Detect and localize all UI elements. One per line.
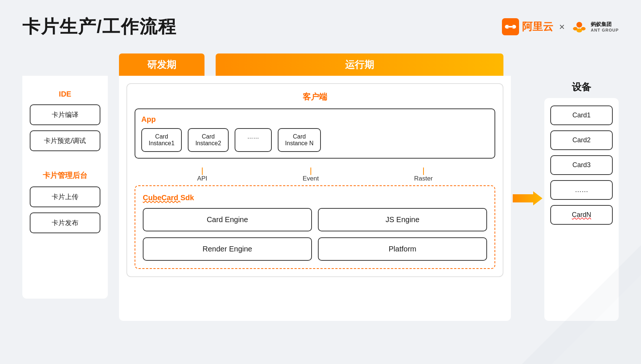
sdk-platform: Platform xyxy=(318,237,487,261)
page-wrapper: 卡片生产/工作流程 阿里云 × xyxy=(0,0,641,364)
svg-point-4 xyxy=(576,22,582,27)
sdk-render-engine: Render Engine xyxy=(143,237,312,261)
gap-spacer xyxy=(108,76,119,321)
arrow-svg xyxy=(513,189,542,208)
sdk-sdk: Sdk xyxy=(180,194,194,202)
aliyun-logo: 阿里云 xyxy=(502,18,553,35)
dev-box: IDE 卡片编译 卡片预览/调试 卡片管理后台 卡片上传 卡片发布 xyxy=(22,76,108,299)
instance-dots: …… xyxy=(235,128,272,152)
event-connector: Event xyxy=(303,168,319,182)
page-title: 卡片生产/工作流程 xyxy=(22,15,177,39)
sdk-grid: Card Engine JS Engine Render Engine Plat… xyxy=(143,208,487,261)
logo-area: 阿里云 × 蚂蚁集团 ANT GROUP xyxy=(502,18,619,35)
instance-n: CardInstance N xyxy=(278,128,321,152)
instances-row: CardInstance1 CardInstance2 …… CardInsta… xyxy=(141,128,489,152)
aliyun-icon xyxy=(502,18,519,35)
dev-item-preview: 卡片预览/调试 xyxy=(30,130,100,151)
sdk-js-engine: JS Engine xyxy=(318,208,487,231)
app-box: App CardInstance1 CardInstance2 …… CardI… xyxy=(135,108,495,159)
event-line xyxy=(310,168,311,175)
main-row: IDE 卡片编译 卡片预览/调试 卡片管理后台 卡片上传 卡片发布 客户端 xyxy=(22,76,619,321)
client-title: 客户端 xyxy=(135,91,495,103)
instance-1: CardInstance1 xyxy=(141,128,182,152)
raster-line xyxy=(423,168,424,175)
spacer-left xyxy=(22,53,119,76)
ide-title: IDE xyxy=(30,90,100,98)
ant-icon-svg xyxy=(571,18,588,35)
phase-headers: 研发期 运行期 xyxy=(22,53,619,76)
runtime-content: 客户端 App CardInstance1 CardInstance2 …… C… xyxy=(119,76,511,321)
sdk-title: CubeCard Sdk xyxy=(143,194,487,202)
raster-label: Raster xyxy=(414,175,433,182)
api-connector: API xyxy=(197,168,207,182)
device-cardn: CardN xyxy=(550,205,613,225)
ant-en-text: ANT GROUP xyxy=(591,28,619,32)
header: 卡片生产/工作流程 阿里云 × xyxy=(22,15,619,39)
x-divider: × xyxy=(559,21,565,33)
device-card3: Card3 xyxy=(550,155,613,175)
ant-cn-text: 蚂蚁集团 xyxy=(591,21,619,28)
device-dots: …… xyxy=(550,180,613,200)
runtime-section: 客户端 App CardInstance1 CardInstance2 …… C… xyxy=(119,76,511,321)
arrow-section xyxy=(511,76,544,321)
svg-rect-3 xyxy=(506,26,515,27)
api-line xyxy=(202,168,203,175)
sdk-card-engine: Card Engine xyxy=(143,208,312,231)
device-section: 设备 Card1 Card2 Card3 …… CardN xyxy=(544,76,619,321)
sdk-title-text: CubeCard xyxy=(143,194,180,202)
arrow-spacer-top xyxy=(503,53,537,76)
dev-item-publish: 卡片发布 xyxy=(30,212,100,233)
svg-marker-8 xyxy=(513,191,542,205)
client-area: 客户端 App CardInstance1 CardInstance2 …… C… xyxy=(126,83,503,277)
dev-item-upload: 卡片上传 xyxy=(30,186,100,207)
device-card2: Card2 xyxy=(550,130,613,150)
aliyun-text: 阿里云 xyxy=(522,20,553,34)
ant-text-block: 蚂蚁集团 ANT GROUP xyxy=(591,21,619,32)
ant-logo: 蚂蚁集团 ANT GROUP xyxy=(571,18,619,35)
api-label: API xyxy=(197,175,207,182)
device-header: 设备 xyxy=(544,76,619,98)
management-title: 卡片管理后台 xyxy=(30,170,100,181)
device-box: Card1 Card2 Card3 …… CardN xyxy=(544,98,619,321)
device-cardn-text: CardN xyxy=(572,211,591,218)
connector-row: API Event Raster xyxy=(135,165,495,185)
dev-item-compile: 卡片编译 xyxy=(30,104,100,125)
event-label: Event xyxy=(303,175,319,182)
instance-2: CardInstance2 xyxy=(188,128,228,152)
device-spacer-top xyxy=(537,53,619,76)
dev-section: IDE 卡片编译 卡片预览/调试 卡片管理后台 卡片上传 卡片发布 xyxy=(22,76,108,321)
sdk-box: CubeCard Sdk Card Engine JS Engine Rende… xyxy=(135,185,495,269)
device-card1: Card1 xyxy=(550,105,613,125)
runtime-phase-header: 运行期 xyxy=(216,53,503,76)
svg-point-7 xyxy=(576,29,582,33)
app-label: App xyxy=(141,115,489,124)
raster-connector: Raster xyxy=(414,168,433,182)
dev-phase-header: 研发期 xyxy=(119,53,204,76)
left-spacer-content: IDE 卡片编译 卡片预览/调试 卡片管理后台 卡片上传 卡片发布 xyxy=(22,76,119,321)
